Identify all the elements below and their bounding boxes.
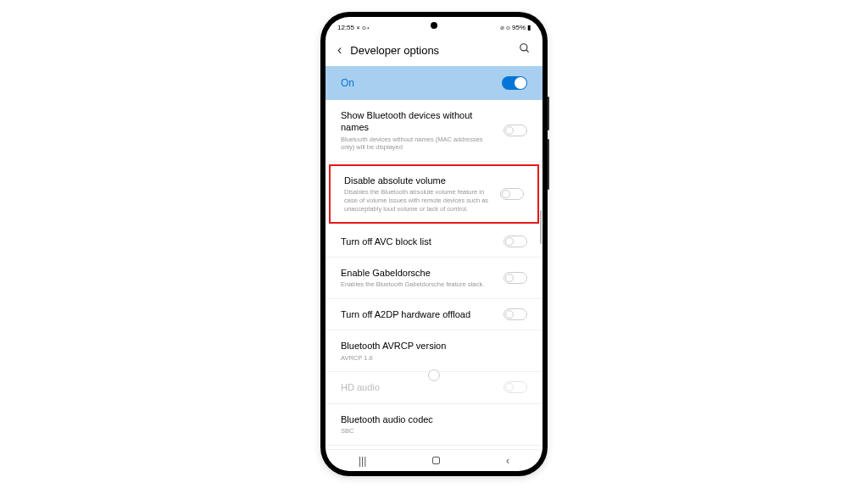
loading-spinner-icon — [428, 369, 440, 381]
row-subtitle: Enables the Bluetooth Gabeldorsche featu… — [341, 280, 495, 289]
toggle-disabled — [504, 381, 527, 393]
screen: 12:55 ✕ ⊙ • ⊘ ⊙ 95% ▮ ‹ Developer option… — [326, 17, 542, 471]
row-subtitle: SBC — [341, 427, 527, 435]
phone-frame: 12:55 ✕ ⊙ • ⊘ ⊙ 95% ▮ ‹ Developer option… — [320, 12, 548, 476]
front-camera — [431, 22, 437, 29]
battery-icon: ▮ — [527, 24, 531, 31]
nav-home-icon[interactable] — [432, 457, 440, 464]
app-header: ‹ Developer options — [326, 34, 542, 66]
scrollbar[interactable] — [540, 210, 542, 244]
status-left-icons: ✕ ⊙ • — [356, 25, 369, 30]
row-show-bt-devices[interactable]: Show Bluetooth devices without names Blu… — [326, 100, 542, 162]
settings-list: Show Bluetooth devices without names Blu… — [326, 100, 542, 449]
svg-line-1 — [526, 50, 529, 53]
row-title: Bluetooth AVRCP version — [341, 340, 527, 352]
row-subtitle: Bluetooth devices without names (MAC add… — [341, 136, 495, 152]
nav-bar: ||| ‹ — [326, 449, 542, 471]
volume-button — [548, 97, 549, 130]
row-title: Turn off AVC block list — [341, 236, 495, 247]
nav-recents-icon[interactable]: ||| — [359, 455, 366, 467]
search-icon[interactable] — [519, 42, 531, 58]
row-a2dp-offload[interactable]: Turn off A2DP hardware offload — [326, 299, 542, 330]
master-label: On — [341, 77, 354, 89]
row-avrcp-version[interactable]: Bluetooth AVRCP version AVRCP 1.6 — [326, 330, 542, 372]
toggle-off[interactable] — [500, 188, 524, 200]
row-gabeldorsche[interactable]: Enable Gabeldorsche Enables the Bluetoot… — [326, 258, 542, 299]
row-subtitle: AVRCP 1.6 — [341, 354, 527, 363]
row-title: Enable Gabeldorsche — [341, 267, 495, 279]
toggle-off[interactable] — [504, 125, 527, 136]
master-toggle-row[interactable]: On — [326, 66, 542, 100]
page-title: Developer options — [350, 44, 510, 57]
power-button — [548, 139, 549, 190]
master-toggle[interactable] — [502, 76, 527, 90]
status-time: 12:55 — [337, 24, 354, 31]
row-title: Turn off A2DP hardware offload — [341, 308, 495, 320]
row-subtitle: Disables the Bluetooth absolute volume f… — [344, 188, 492, 213]
svg-point-0 — [520, 44, 527, 51]
toggle-off[interactable] — [504, 236, 527, 247]
status-battery: 95% — [512, 24, 526, 31]
row-title: Disable absolute volume — [344, 175, 492, 186]
row-title: HD audio — [341, 381, 495, 393]
row-avc-block-list[interactable]: Turn off AVC block list — [326, 226, 542, 258]
row-sample-rate[interactable]: Bluetooth audio sample rate — [326, 446, 542, 449]
row-title: Bluetooth audio codec — [341, 413, 527, 425]
row-audio-codec[interactable]: Bluetooth audio codec SBC — [326, 403, 542, 446]
toggle-off[interactable] — [504, 308, 527, 320]
nav-back-icon[interactable]: ‹ — [506, 455, 509, 467]
back-icon[interactable]: ‹ — [337, 42, 342, 58]
row-disable-absolute-volume-highlighted[interactable]: Disable absolute volume Disables the Blu… — [329, 164, 539, 224]
row-title: Show Bluetooth devices without names — [341, 109, 495, 134]
status-right-icons: ⊘ ⊙ — [500, 25, 510, 30]
toggle-off[interactable] — [504, 272, 527, 284]
